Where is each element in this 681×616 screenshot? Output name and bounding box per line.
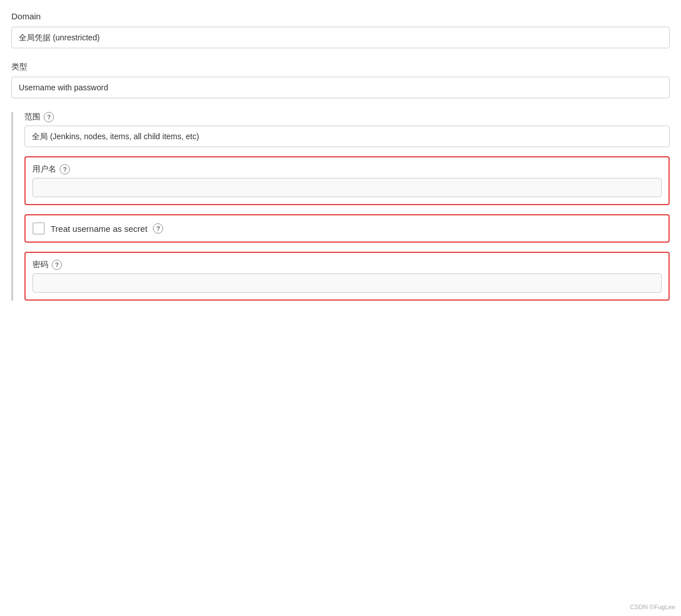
username-input[interactable] (32, 178, 662, 197)
treat-username-label: Treat username as secret (51, 224, 147, 234)
watermark-text: CSDN ©FugLee (630, 603, 675, 610)
password-help-icon[interactable]: ? (52, 260, 62, 270)
treat-username-checkbox[interactable] (32, 222, 45, 235)
scope-label-row: 范围 ? (24, 112, 670, 122)
username-label-text: 用户名 (32, 164, 56, 174)
username-help-icon[interactable]: ? (60, 164, 70, 174)
scope-field: 范围 ? 全局 (Jenkins, nodes, items, all chil… (24, 112, 670, 147)
treat-username-row: Treat username as secret ? (32, 222, 662, 235)
password-label-row: 密码 ? (32, 260, 662, 270)
username-label-row: 用户名 ? (32, 164, 662, 174)
treat-username-help-icon[interactable]: ? (153, 223, 163, 234)
indented-credentials-section: 范围 ? 全局 (Jenkins, nodes, items, all chil… (11, 112, 670, 301)
treat-username-highlighted-box: Treat username as secret ? (24, 214, 670, 243)
password-label-text: 密码 (32, 260, 48, 270)
domain-label: Domain (11, 11, 670, 21)
domain-section: Domain 全局凭据 (unrestricted) (11, 11, 670, 48)
password-input[interactable] (32, 273, 662, 293)
scope-help-icon[interactable]: ? (44, 112, 54, 122)
type-section: 类型 Username with password (11, 62, 670, 98)
scope-select[interactable]: 全局 (Jenkins, nodes, items, all child ite… (24, 126, 670, 147)
type-select[interactable]: Username with password (11, 77, 670, 98)
scope-label-text: 范围 (24, 112, 40, 122)
password-highlighted-box: 密码 ? (24, 252, 670, 301)
type-label: 类型 (11, 62, 670, 72)
username-highlighted-box: 用户名 ? (24, 156, 670, 205)
domain-select[interactable]: 全局凭据 (unrestricted) (11, 27, 670, 48)
